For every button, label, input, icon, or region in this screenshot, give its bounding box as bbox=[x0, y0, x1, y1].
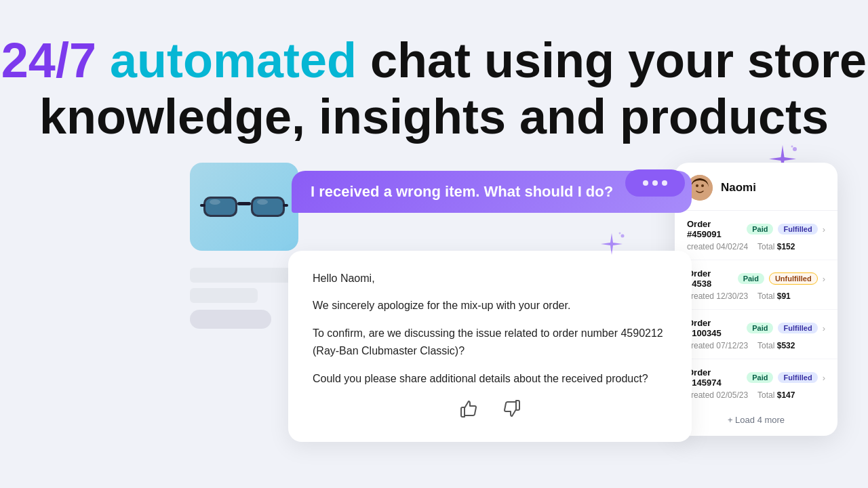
order-bottom: created 02/05/23 Total $147 bbox=[687, 390, 825, 400]
order-bottom: created 07/12/23 Total $532 bbox=[687, 341, 825, 350]
orders-list: Order #459091 Paid Fulfilled › created 0… bbox=[675, 211, 837, 408]
ghost-cards bbox=[190, 268, 292, 329]
headline-rest: chat using your store bbox=[370, 33, 867, 87]
chevron-icon: › bbox=[823, 274, 825, 284]
order-bottom: created 12/30/23 Total $91 bbox=[687, 291, 825, 301]
typing-bubble bbox=[625, 169, 685, 197]
bot-confirm: To confirm, are we discussing the issue … bbox=[313, 325, 667, 361]
svg-rect-7 bbox=[200, 204, 205, 207]
svg-rect-8 bbox=[283, 204, 288, 207]
product-card bbox=[190, 163, 298, 251]
chevron-icon: › bbox=[823, 323, 825, 333]
created-date: 04/02/24 bbox=[716, 242, 748, 251]
total-label: Total $152 bbox=[757, 242, 795, 251]
paid-badge: Paid bbox=[747, 372, 773, 383]
order-row[interactable]: Order #4538 Paid Unfulfilled › created 1… bbox=[675, 260, 837, 310]
order-top: Order #145974 Paid Fulfilled › bbox=[687, 367, 825, 388]
thumbs-row bbox=[456, 396, 524, 426]
total-value: $147 bbox=[777, 390, 795, 400]
user-message-text: I received a wrong item. What should I d… bbox=[311, 183, 613, 200]
order-row[interactable]: Order #100345 Paid Fulfilled › created 0… bbox=[675, 310, 837, 359]
order-number: Order #459091 bbox=[687, 219, 742, 239]
dot-3 bbox=[662, 180, 667, 186]
load-more-label: + Load 4 more bbox=[728, 415, 785, 425]
fulfillment-badge: Unfulfilled bbox=[769, 272, 818, 285]
created-label: created 07/12/23 bbox=[687, 341, 748, 350]
thumbs-up-button[interactable] bbox=[456, 396, 481, 426]
naomi-header: Naomi bbox=[675, 163, 837, 211]
star-sparkle-icon bbox=[597, 230, 627, 266]
headline-automated: automated bbox=[110, 33, 357, 87]
bot-apology: We sincerely apologize for the mix-up wi… bbox=[313, 297, 667, 314]
svg-point-11 bbox=[621, 235, 625, 238]
created-date: 07/12/23 bbox=[716, 341, 748, 350]
load-more-button[interactable]: + Load 4 more bbox=[675, 408, 837, 428]
bot-reply-card: Hello Naomi, We sincerely apologize for … bbox=[288, 251, 692, 442]
fulfillment-badge: Fulfilled bbox=[778, 372, 817, 383]
bot-greeting: Hello Naomi, bbox=[313, 270, 667, 287]
total-label: Total $147 bbox=[757, 390, 795, 400]
svg-rect-6 bbox=[237, 202, 251, 205]
thumbs-down-button[interactable] bbox=[500, 396, 524, 426]
svg-point-0 bbox=[793, 147, 797, 151]
naomi-name: Naomi bbox=[721, 181, 756, 195]
created-label: created 04/02/24 bbox=[687, 242, 748, 251]
order-row[interactable]: Order #459091 Paid Fulfilled › created 0… bbox=[675, 211, 837, 260]
svg-point-14 bbox=[696, 184, 698, 187]
order-number: Order #145974 bbox=[687, 367, 742, 388]
created-label: created 02/05/23 bbox=[687, 390, 748, 400]
svg-point-1 bbox=[791, 146, 793, 148]
headline: 24/7 automated chat using your store kno… bbox=[0, 0, 868, 145]
total-label: Total $91 bbox=[757, 291, 791, 301]
created-date: 02/05/23 bbox=[716, 390, 748, 400]
order-top: Order #459091 Paid Fulfilled › bbox=[687, 219, 825, 239]
fulfillment-badge: Fulfilled bbox=[778, 224, 817, 235]
headline-247: 24/7 bbox=[1, 33, 96, 87]
svg-point-9 bbox=[210, 199, 220, 205]
dot-2 bbox=[652, 180, 658, 186]
paid-badge: Paid bbox=[738, 273, 764, 284]
bot-request: Could you please share additional detail… bbox=[313, 370, 667, 388]
created-date: 12/30/23 bbox=[716, 291, 748, 301]
orders-panel: Naomi Order #459091 Paid Fulfilled › cre… bbox=[675, 163, 837, 436]
total-value: $91 bbox=[777, 291, 791, 301]
order-number: Order #100345 bbox=[687, 318, 742, 338]
chevron-icon: › bbox=[823, 373, 825, 383]
fulfillment-badge: Fulfilled bbox=[778, 323, 817, 333]
chevron-icon: › bbox=[823, 224, 825, 235]
order-top: Order #100345 Paid Fulfilled › bbox=[687, 318, 825, 338]
created-label: created 12/30/23 bbox=[687, 291, 748, 301]
headline-line2: knowledge, insights and products bbox=[39, 89, 829, 144]
order-number: Order #4538 bbox=[687, 268, 733, 289]
order-bottom: created 04/02/24 Total $152 bbox=[687, 242, 825, 251]
svg-point-12 bbox=[619, 232, 621, 235]
order-row[interactable]: Order #145974 Paid Fulfilled › created 0… bbox=[675, 359, 837, 408]
total-value: $152 bbox=[777, 242, 795, 251]
total-label: Total $532 bbox=[757, 341, 795, 350]
paid-badge: Paid bbox=[747, 323, 773, 333]
dot-1 bbox=[643, 180, 648, 186]
bot-reply-text: Hello Naomi, We sincerely apologize for … bbox=[313, 270, 667, 388]
svg-point-15 bbox=[701, 184, 704, 187]
total-value: $532 bbox=[777, 341, 795, 350]
svg-point-10 bbox=[257, 199, 268, 205]
paid-badge: Paid bbox=[747, 224, 773, 235]
order-top: Order #4538 Paid Unfulfilled › bbox=[687, 268, 825, 289]
